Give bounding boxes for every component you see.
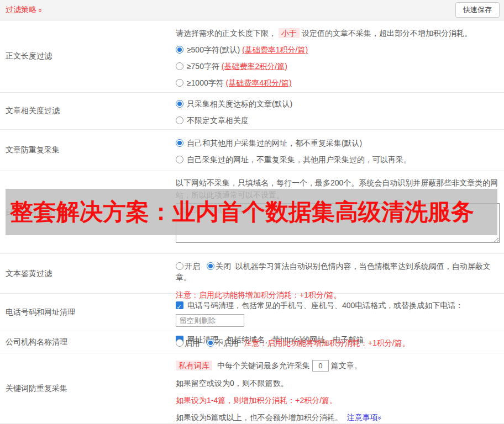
row-label: 文章防重复采集 (0, 130, 176, 171)
quick-save-button[interactable]: 快速保存 (455, 2, 500, 18)
row-label: 文章相关度过滤 (0, 93, 176, 129)
porn-filter-on-option[interactable]: 开启 (176, 262, 200, 271)
radio-checked-icon[interactable] (176, 139, 183, 147)
phone-clean-option[interactable]: 电话号码清理，包括常见的手机号、座机号、400电话格式，或替换成如下电话： (176, 298, 500, 328)
row-text-length-filter: 正文长度过滤 请选择需求的正文长度下限，小于设定值的文章不采集，超出部分不增加积… (0, 20, 504, 93)
chevron-double-down-icon: » (36, 8, 45, 12)
page-title[interactable]: 过滤策略 (6, 5, 36, 15)
cost-note: (基础费率1积分/篇) (242, 45, 308, 54)
company-clean-off-option[interactable]: 不启用 (207, 338, 239, 347)
dedup-option-global[interactable]: 自己和其他用户采集过的网址，都不重复采集(默认) (176, 137, 500, 149)
row-porn-filter: 文本鉴黄过滤 开启 关闭 以机器学习算法自动识别色情内容，当色情概率达到系统阈值… (0, 254, 504, 294)
relevance-option-any[interactable]: 不限定文章相关度 (176, 115, 500, 126)
row-label: 关键词防重复采集 (0, 353, 176, 423)
row-label: 文本鉴黄过滤 (0, 254, 176, 293)
checkbox-checked-icon[interactable] (176, 301, 183, 309)
row-relevance-filter: 文章相关度过滤 只采集相关度达标的文章(默认) 不限定文章相关度 (0, 93, 504, 130)
row-target-site-filter: 目标网站过滤 以下网站不采集，只填域名，每行一个，最多200个。系统会自动识别并… (0, 171, 504, 254)
length-option-500[interactable]: ≥500字符(默认) (基础费率1积分/篇) (176, 44, 500, 55)
radio-checked-icon[interactable] (176, 46, 183, 54)
length-option-1000[interactable]: ≥1000字符 (基础费率4积分/篇) (176, 77, 500, 88)
notice-link[interactable]: 注意事项 (347, 413, 378, 422)
row-dedup-collection: 文章防重复采集 自己和其他用户采集过的网址，都不重复采集(默认) 自己采集过的网… (0, 130, 504, 171)
dedup-option-self[interactable]: 自己采集过的网址，不重复采集，其他用户采集过的，可以再采。 (176, 154, 500, 165)
row-label: 公司机构名称清理 (0, 331, 176, 353)
row-label: 目标网站过滤 (0, 171, 176, 253)
length-filter-intro: 请选择需求的正文长度下限，小于设定值的文章不采集，超出部分不增加积分消耗。 (176, 28, 500, 39)
radio-icon[interactable] (176, 116, 183, 124)
header-bar: 过滤策略 » 快速保存 (0, 0, 504, 20)
radio-icon[interactable] (176, 339, 183, 347)
porn-filter-off-option[interactable]: 关闭 (207, 262, 231, 271)
radio-icon[interactable] (176, 79, 183, 87)
replacement-phone-input[interactable] (176, 314, 244, 327)
private-lexicon-badge: 私有词库 (176, 361, 212, 370)
company-clean-on-option[interactable]: 启用 (176, 338, 200, 347)
cost-note: (基础费率4积分/篇) (226, 78, 292, 87)
site-filter-intro: 以下网站不采集，只填域名，每行一个，最多200个。系统会自动识别并屏蔽那些非文章… (176, 177, 500, 201)
row-label: 电话号码和网址清理 (0, 294, 176, 331)
row-company-clean: 公司机构名称清理 启用 不启用 注意：启用此功能将增加积分消耗：+1积分/篇。 (0, 331, 504, 353)
keyword-limit-input[interactable] (312, 360, 329, 372)
row-phone-url-clean: 电话号码和网址清理 电话号码清理，包括常见的手机号、座机号、400电话格式，或替… (0, 294, 504, 331)
row-keyword-dedup: 关键词防重复采集 私有词库 中每个关键词最多允许采集 篇文章。 如果留空或设为0… (0, 353, 504, 424)
relevance-option-strict[interactable]: 只采集相关度达标的文章(默认) (176, 98, 500, 109)
keyword-note-five: 如果设为5篇或以上，也不会额外增加积分消耗。 注意事项» (176, 412, 500, 423)
length-option-750[interactable]: ≥750字符 (基础费率2积分/篇) (176, 61, 500, 72)
company-clean-cost-note: 注意：启用此功能将增加积分消耗：+1积分/篇。 (244, 338, 410, 347)
keyword-note-unlimited: 如果留空或设为0，则不限篇数。 (176, 378, 500, 389)
radio-icon[interactable] (176, 62, 183, 70)
cost-note: (基础费率2积分/篇) (222, 62, 287, 71)
blocked-domains-textarea[interactable] (176, 203, 500, 243)
radio-icon[interactable] (176, 262, 183, 270)
keyword-limit-line: 私有词库 中每个关键词最多允许采集 篇文章。 (176, 360, 500, 372)
filter-strategy-page: 过滤策略 » 快速保存 正文长度过滤 请选择需求的正文长度下限，小于设定值的文章… (0, 0, 504, 424)
radio-checked-icon[interactable] (207, 262, 214, 270)
keyword-note-cost: 如果设为1-4篇，则增加积分消耗：+2积分/篇。 (176, 395, 500, 406)
radio-checked-icon[interactable] (207, 339, 214, 347)
chevron-double-down-icon: » (374, 416, 385, 420)
radio-icon[interactable] (176, 156, 183, 163)
radio-checked-icon[interactable] (176, 100, 183, 108)
less-than-highlight: 小于 (279, 28, 300, 38)
row-label: 正文长度过滤 (0, 20, 176, 92)
